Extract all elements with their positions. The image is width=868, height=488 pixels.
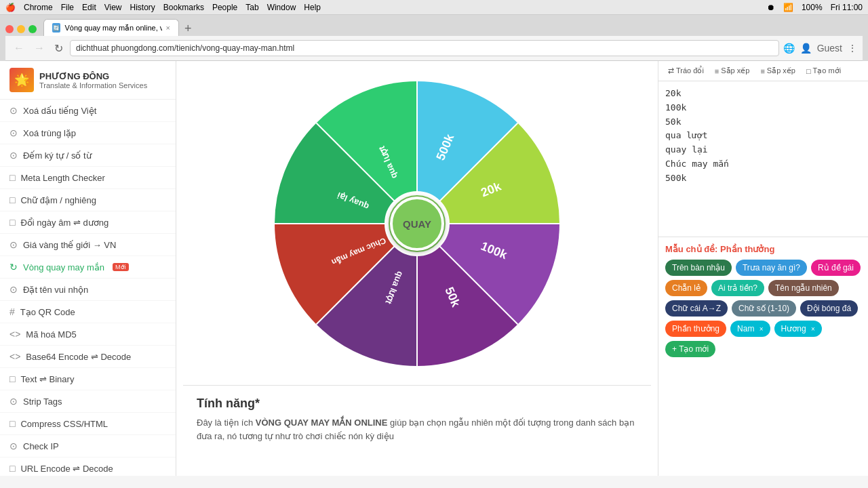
menubar-wifi-icon: 📶 (783, 3, 793, 12)
window-close-btn[interactable] (5, 25, 14, 33)
theme-label-text: Mẫu chủ đề: (665, 244, 717, 254)
sidebar-item-tao-qr[interactable]: # Tạo QR Code (0, 301, 176, 323)
sidebar-item-vong-quay[interactable]: ↻ Vòng quay may mắn Mới (0, 256, 176, 279)
apple-icon[interactable]: 🍎 (5, 3, 16, 12)
menu-file[interactable]: File (61, 3, 74, 12)
tag-ru-de-gai[interactable]: Rủ đề gái (811, 260, 861, 276)
tag-chu-so[interactable]: Chữ số (1-10) (732, 300, 796, 317)
bottom-desc-bold: VÒNG QUAY MAY MẮN ONLINE (256, 418, 388, 428)
tag-tren-ban-nhau[interactable]: Trên bàn nhậu (665, 260, 732, 276)
sidebar-item-check-ip[interactable]: ⊙ Check IP (0, 435, 176, 458)
tao-moi-toolbar-btn[interactable]: □ Tạo mới (804, 65, 844, 77)
menu-bookmarks[interactable]: Bookmarks (163, 3, 204, 12)
bottom-title: Tính năng* (197, 396, 637, 411)
tao-qr-icon: # (9, 306, 15, 317)
user-icon[interactable]: 👤 (800, 43, 812, 54)
trao-doi-btn[interactable]: ⇄ Tráo đổi (665, 65, 707, 77)
menu-window[interactable]: Window (267, 3, 296, 12)
tag-doi-bong-da[interactable]: Đội bóng đá (800, 300, 858, 317)
panel-textarea[interactable]: 20k 100k 50k qua lượt quay lại Chúc may … (658, 81, 868, 237)
menu-history[interactable]: History (130, 3, 155, 12)
gia-vang-label: Giá vàng thế giới → VN (23, 240, 116, 250)
sap-xep2-icon: ≡ (760, 67, 764, 75)
sidebar-item-xoa-trung-lap[interactable]: ⊙ Xoá trùng lặp (0, 122, 176, 144)
tag-phan-thuong[interactable]: Phần thưởng (665, 321, 726, 337)
tao-moi-label: Tạo mới (813, 66, 842, 75)
tao-moi-icon: □ (806, 67, 811, 75)
tag-nam-close[interactable]: × (760, 325, 764, 333)
sidebar-item-url-encode[interactable]: □ URL Encode ⇌ Decode (0, 458, 176, 476)
sidebar-item-xoa-dau[interactable]: ⊙ Xoá dấu tiếng Việt (0, 100, 176, 122)
sidebar-item-meta-length[interactable]: □ Meta Length Checker (0, 167, 176, 189)
sidebar-item-dem-ky-tu[interactable]: ⊙ Đếm ký tự / số từ (0, 144, 176, 167)
sidebar-item-compress-css[interactable]: □ Compress CSS/HTML (0, 413, 176, 435)
url-bar[interactable] (70, 40, 779, 56)
dem-ky-tu-icon: ⊙ (9, 150, 18, 161)
browser-tab-active[interactable]: 🔄 Vòng quay may mắn online, vò... × (43, 19, 179, 36)
base64-label: Base64 Encode ⇌ Decode (26, 352, 131, 362)
menu-tab[interactable]: Tab (245, 3, 258, 12)
sidebar-item-doi-ngay[interactable]: □ Đổi ngày âm ⇌ dương (0, 211, 176, 234)
sidebar-item-text-binary[interactable]: □ Text ⇌ Binary (0, 368, 176, 390)
tag-chu-cai[interactable]: Chữ cái A→Z (665, 300, 728, 317)
text-binary-icon: □ (9, 373, 15, 384)
check-ip-icon: ⊙ (9, 441, 18, 451)
menubar-record-icon: ⏺ (767, 3, 775, 12)
forward-btn[interactable]: → (31, 41, 47, 56)
tag-ai-tra-tien[interactable]: Ai trả tiền? (711, 280, 764, 296)
refresh-btn[interactable]: ↻ (52, 41, 66, 56)
sidebar-logo: 🌟 PHƯƠNG ĐÔNG Translate & Information Se… (0, 61, 176, 100)
sap-xep2-label: Sắp xếp (767, 66, 795, 75)
content-area: 500k 20k 100k 50k qua lượt Chúc may mắn … (176, 61, 868, 476)
doi-ngay-icon: □ (9, 217, 15, 228)
guest-label: Guest (817, 43, 842, 54)
ma-hoa-label: Mã hoá MD5 (26, 329, 76, 340)
sidebar-item-gia-vang[interactable]: ⊙ Giá vàng thế giới → VN (0, 234, 176, 256)
sap-xep2-btn[interactable]: ≡ Sắp xếp (757, 65, 798, 77)
tag-tao-moi[interactable]: + Tạo mới (665, 341, 715, 357)
sidebar-item-dat-ten[interactable]: ⊙ Đặt tên vui nhộn (0, 279, 176, 301)
menu-chrome[interactable]: Chrome (24, 3, 53, 12)
check-ip-label: Check IP (23, 441, 59, 451)
vong-quay-icon: ↻ (9, 262, 18, 272)
tag-huong-close[interactable]: × (811, 325, 815, 333)
strip-tags-icon: ⊙ (9, 396, 18, 407)
window-minimize-btn[interactable] (17, 25, 25, 33)
new-tab-btn[interactable]: + (180, 22, 196, 36)
tag-nam[interactable]: Nam × (730, 321, 770, 337)
back-btn[interactable]: ← (11, 41, 27, 56)
tag-nam-label: Nam (737, 324, 754, 333)
theme-tags: Trên bàn nhậu Trưa nay ăn gì? Rủ đề gái … (665, 260, 861, 357)
trao-doi-icon: ⇄ (668, 66, 674, 75)
window-maximize-btn[interactable] (28, 25, 37, 33)
tab-title: Vòng quay may mắn online, vò... (64, 24, 161, 33)
tag-trua-nay-an-gi[interactable]: Trưa nay ăn gì? (736, 260, 807, 276)
bottom-content: Tính năng* Đây là tiện ích VÒNG QUAY MAY… (183, 385, 651, 453)
tag-chan-le[interactable]: Chẵn lẻ (665, 280, 707, 296)
sap-xep1-btn[interactable]: ≡ Sắp xếp (712, 65, 753, 77)
sidebar-item-ma-hoa[interactable]: <> Mã hoá MD5 (0, 323, 176, 346)
menu-help[interactable]: Help (304, 3, 321, 12)
menu-edit[interactable]: Edit (82, 3, 96, 12)
mac-menubar: 🍎 Chrome File Edit View History Bookmark… (0, 0, 868, 15)
sidebar-item-base64[interactable]: <> Base64 Encode ⇌ Decode (0, 346, 176, 368)
translate-icon[interactable]: 🌐 (783, 43, 795, 54)
meta-length-icon: □ (9, 172, 15, 183)
wheel-container: 500k 20k 100k 50k qua lượt Chúc may mắn … (261, 68, 573, 380)
right-panel: ⇄ Tráo đổi ≡ Sắp xếp ≡ Sắp xếp □ Tạo mới… (658, 61, 868, 476)
tag-huong-label: Hương (781, 324, 806, 333)
tag-ten-ngau-nhien[interactable]: Tên ngẫu nhiên (768, 280, 839, 296)
dat-ten-icon: ⊙ (9, 284, 18, 295)
tab-close-btn[interactable]: × (166, 24, 170, 32)
xoa-dau-label: Xoá dấu tiếng Việt (23, 106, 96, 116)
tag-huong[interactable]: Hương × (774, 321, 822, 337)
theme-value: Phần thưởng (720, 244, 774, 254)
nav-icons: 🌐 👤 Guest ⋮ (783, 43, 857, 54)
menu-dots-icon[interactable]: ⋮ (848, 43, 857, 54)
menu-view[interactable]: View (104, 3, 122, 12)
sidebar-item-strip-tags[interactable]: ⊙ Strip Tags (0, 390, 176, 413)
spin-button[interactable]: QUAY (390, 197, 444, 251)
sidebar-item-chu-dam[interactable]: □ Chữ đậm / nghiêng (0, 189, 176, 211)
logo-text: PHƯƠNG ĐÔNG Translate & Information Serv… (39, 71, 147, 89)
menu-people[interactable]: People (212, 3, 237, 12)
